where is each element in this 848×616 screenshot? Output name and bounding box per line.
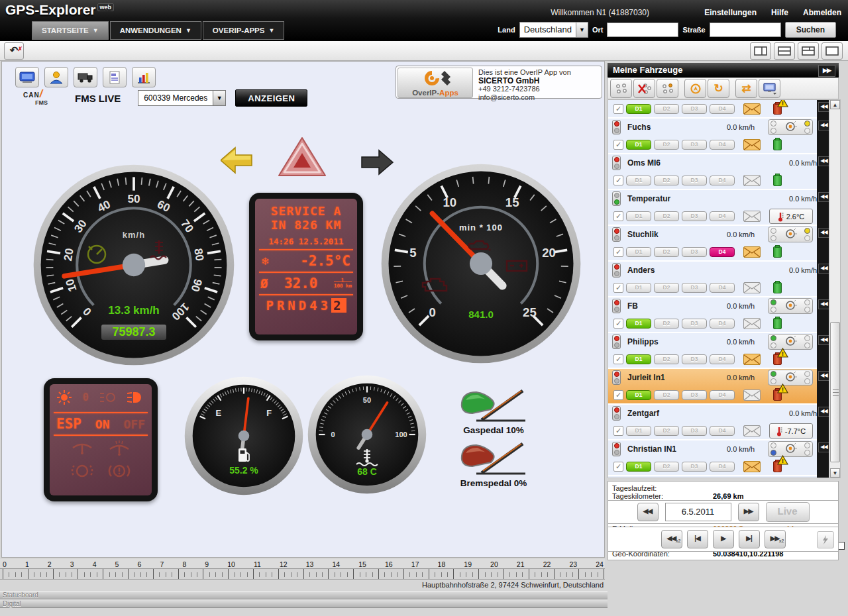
vehicle-name[interactable]: Jurleit In1 (627, 373, 727, 382)
scroll-down-icon[interactable]: ▼ (830, 468, 840, 478)
vehicle-row[interactable]: ◀◀ Jurleit MI6 0.0 km/h ✓ D1 D2 D3 D4 ! (608, 476, 830, 478)
vehicle-name[interactable]: Temperatur (627, 194, 789, 203)
digital-output-d1[interactable]: D1 (626, 104, 651, 114)
digital-output-d1[interactable]: D1 (626, 140, 651, 150)
digital-output-d4[interactable]: D4 (710, 462, 735, 472)
monitor-view-button[interactable] (759, 79, 780, 98)
vehicle-row[interactable]: ◀◀ Christian IN1 0.0 km/h ✓ D1 D2 D3 D4 (608, 440, 830, 475)
message-icon[interactable] (743, 139, 761, 150)
play-button[interactable]: ▶ (713, 530, 734, 548)
collapse-row-icon[interactable]: ◀◀ (818, 371, 829, 381)
digital-output-d3[interactable]: D3 (682, 390, 707, 400)
digital-output-d1[interactable]: D1 (626, 426, 651, 436)
collapse-row-icon[interactable]: ◀◀ (818, 264, 829, 274)
digital-output-d2[interactable]: D2 (654, 354, 679, 364)
vehicle-row[interactable]: ◀◀ ✓ D1 D2 D3 D4 ! (608, 100, 830, 117)
message-icon[interactable] (743, 175, 761, 186)
layout-single-button[interactable] (822, 42, 843, 60)
live-button[interactable]: Live (766, 502, 810, 522)
collapse-row-icon[interactable]: ◀◀ (818, 228, 829, 238)
vehicle-row[interactable]: ◀◀ Temperatur 0.0 km/h ✓ D1 D2 D3 D4 ! (608, 190, 830, 225)
digital-output-d3[interactable]: D3 (682, 247, 707, 257)
select-all-button[interactable] (610, 79, 632, 98)
vehicle-name[interactable]: Oms MI6 (627, 158, 789, 168)
digital-output-d1[interactable]: D1 (626, 319, 651, 329)
vehicle-checkbox[interactable]: ✓ (613, 462, 623, 472)
vehicle-checkbox[interactable]: ✓ (613, 104, 623, 114)
digital-output-d2[interactable]: D2 (654, 176, 679, 185)
country-select[interactable]: Deutschland▼ (519, 22, 588, 38)
vehicle-name[interactable]: Anders (627, 266, 789, 275)
message-icon[interactable] (743, 461, 761, 472)
digital-output-d4[interactable]: D4 (710, 354, 735, 364)
vehicle-checkbox[interactable]: ✓ (613, 390, 623, 400)
transfer-button[interactable]: ⇄ (735, 79, 757, 98)
digital-output-d4[interactable]: D4 (710, 176, 735, 185)
search-button[interactable]: Suchen (785, 22, 836, 38)
digital-output-d4[interactable]: D4 (710, 140, 735, 150)
step-back-button[interactable]: |◀ (687, 530, 708, 548)
digital-output-d2[interactable]: D2 (654, 426, 679, 436)
vehicle-name[interactable]: Fuchs (627, 123, 727, 132)
scroll-up-icon[interactable]: ▲ (830, 100, 840, 109)
statistics-button[interactable] (132, 67, 156, 87)
digital-output-d1[interactable]: D1 (626, 283, 651, 293)
tab-anwendungen[interactable]: ANWENDUNGEN▼ (110, 21, 201, 40)
vehicle-checkbox[interactable]: ✓ (613, 247, 623, 257)
step-forward-button[interactable]: ▶| (739, 530, 760, 548)
row-slide-handle[interactable]: ◀◀ (817, 476, 830, 478)
message-icon[interactable] (743, 389, 761, 401)
digital-output-d3[interactable]: D3 (682, 104, 707, 114)
vehicle-row[interactable]: ◀◀ Stuchlik 0.0 km/h ✓ D1 D2 D3 D4 ! (608, 226, 830, 260)
vehicle-row[interactable]: ◀◀ Jurleit In1 0.0 km/h ✓ D1 D2 D3 D4 ! (608, 369, 830, 403)
collapse-row-icon[interactable]: ◀◀ (818, 156, 829, 166)
digital-output-d1[interactable]: D1 (626, 390, 651, 400)
collapse-row-icon[interactable]: ◀◀ (818, 335, 829, 345)
digital-output-d2[interactable]: D2 (654, 283, 679, 293)
prev-day-button[interactable]: ◀◀ (637, 503, 659, 521)
logout-link[interactable]: Abmelden (803, 8, 841, 17)
message-icon[interactable] (743, 211, 761, 222)
vehicle-checkbox[interactable]: ✓ (613, 140, 623, 150)
digital-output-d4[interactable]: D4 (710, 390, 735, 400)
digital-output-d2[interactable]: D2 (654, 247, 679, 257)
next-day-button[interactable]: ▶▶ (738, 503, 759, 521)
layout-mixed-button[interactable] (798, 42, 819, 60)
overip-app-box[interactable]: OverIP-Apps Dies ist eine OverIP App von… (396, 66, 602, 99)
digital-output-d3[interactable]: D3 (682, 462, 707, 472)
street-input[interactable] (710, 23, 781, 37)
vehicle-row[interactable]: ◀◀ Fuchs 0.0 km/h ✓ D1 D2 D3 D4 ! (608, 119, 830, 153)
chart-shortcut-button[interactable] (817, 531, 834, 548)
vehicle-name[interactable]: Zentgarf (627, 409, 789, 418)
anzeigen-button[interactable]: ANZEIGEN (235, 89, 307, 107)
digital-bar[interactable]: Digital (0, 599, 608, 608)
vehicle-checkbox[interactable]: ✓ (613, 426, 623, 436)
close-app-button[interactable]: ↶✗ (4, 42, 24, 60)
message-icon[interactable] (743, 425, 761, 436)
vehicle-checkbox[interactable]: ✓ (613, 211, 623, 221)
layout-split-vertical-button[interactable] (750, 42, 771, 60)
digital-output-d1[interactable]: D1 (626, 247, 651, 257)
digital-output-d3[interactable]: D3 (682, 283, 707, 293)
collapse-row-icon[interactable]: ◀◀ (818, 442, 829, 452)
vehicle-checkbox[interactable]: ✓ (613, 319, 623, 329)
digital-output-d1[interactable]: D1 (626, 176, 651, 185)
digital-output-d1[interactable]: D1 (626, 462, 651, 472)
message-icon[interactable] (743, 354, 761, 365)
tab-startseite[interactable]: STARTSEITE▼ (32, 21, 109, 40)
chevron-down-icon[interactable]: ▼ (576, 23, 588, 37)
truck-button[interactable] (74, 67, 97, 87)
vehicle-name[interactable]: FB (627, 301, 727, 311)
report-button[interactable] (103, 67, 127, 87)
vehicle-row[interactable]: ◀◀ FB 0.0 km/h ✓ D1 D2 D3 D4 ! (608, 297, 830, 332)
message-icon[interactable] (743, 318, 761, 329)
message-icon[interactable] (743, 103, 761, 115)
digital-output-d2[interactable]: D2 (654, 211, 679, 221)
digital-output-d4[interactable]: D4 (710, 319, 735, 329)
timeline-ruler[interactable]: 0123456789101112131415161718192021222324 (0, 559, 605, 580)
vehicle-row[interactable]: ◀◀ Zentgarf 0.0 km/h ✓ D1 D2 D3 D4 ! (608, 405, 830, 439)
deselect-all-button[interactable] (633, 79, 655, 98)
city-input[interactable] (607, 23, 678, 37)
digital-output-d3[interactable]: D3 (682, 354, 707, 364)
refresh-button[interactable]: ↻ (708, 79, 729, 98)
